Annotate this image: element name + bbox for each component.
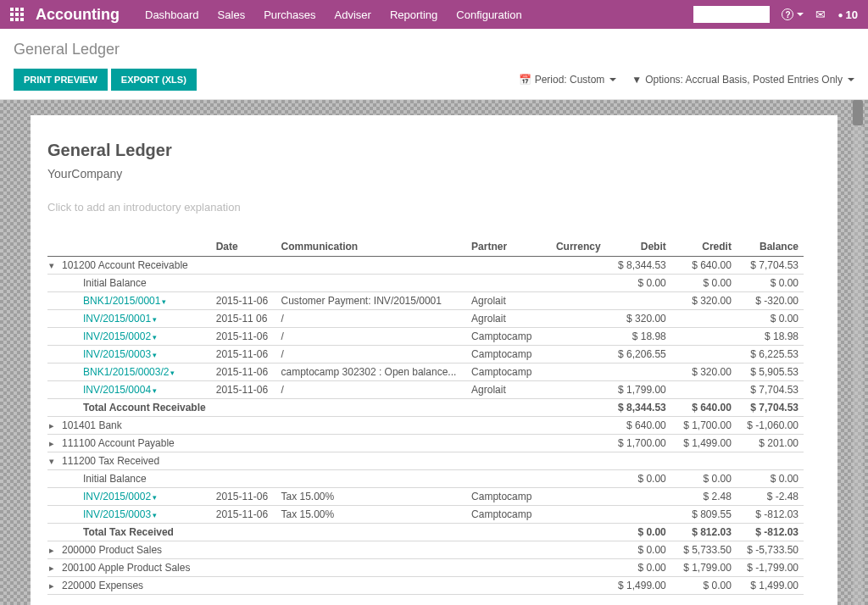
apps-icon[interactable] [10, 8, 24, 21]
partner-cell: Camptocamp [466, 328, 548, 346]
page-header: General Ledger PRINT PREVIEW EXPORT (XLS… [0, 29, 868, 100]
credit-cell: $ 640.00 [671, 399, 737, 417]
balance-cell: $ 0.00 [737, 310, 804, 328]
credit-cell: $ 5,733.50 [671, 541, 737, 559]
period-filter[interactable]: 📅 Period: Custom [519, 74, 617, 86]
table-row: 111200 Tax Received [47, 452, 804, 470]
debit-cell: $ 1,499.00 [606, 577, 671, 595]
debit-cell: $ 0.00 [606, 524, 671, 541]
comm-cell: / [276, 328, 467, 346]
debit-cell: $ 320.00 [606, 310, 671, 328]
total-label: Total Tax Received [47, 524, 211, 541]
credit-cell: $ 1,700.00 [671, 417, 737, 435]
credit-cell: $ 0.00 [671, 470, 737, 488]
partner-cell: Camptocamp [466, 364, 548, 381]
message-counter[interactable]: 10 [837, 8, 858, 21]
comm-cell: / [276, 381, 467, 399]
chevron-down-icon: ▾ [153, 315, 157, 324]
nav-dashboard[interactable]: Dashboard [145, 8, 199, 21]
nav-adviser[interactable]: Adviser [335, 8, 371, 21]
entry-link[interactable]: INV/2015/0004▾ [47, 381, 211, 399]
table-row: INV/2015/0001▾2015-11 06/Agrolait$ 320.0… [47, 310, 804, 328]
expand-toggle[interactable] [49, 562, 58, 574]
col-partner: Partner [466, 237, 548, 257]
nav-configuration[interactable]: Configuration [456, 8, 521, 21]
credit-cell [671, 310, 737, 328]
balance-cell: $ 6,225.53 [737, 346, 804, 364]
table-row: INV/2015/0003▾2015-11-06Tax 15.00%Campto… [47, 506, 804, 524]
debit-cell: $ 1,700.00 [606, 435, 671, 452]
help-dropdown[interactable]: ? [782, 8, 804, 20]
nav-sales[interactable]: Sales [218, 8, 246, 21]
partner-cell: Camptocamp [466, 346, 548, 364]
sub-label: Initial Balance [47, 275, 211, 292]
date-cell: 2015-11-06 [211, 328, 276, 346]
page-title: General Ledger [14, 41, 854, 58]
help-icon: ? [782, 8, 793, 20]
entry-link[interactable]: INV/2015/0001▾ [47, 310, 211, 328]
expand-toggle[interactable] [49, 259, 58, 271]
debit-cell: $ 18.98 [606, 328, 671, 346]
report-viewport: General Ledger YourCompany Click to add … [0, 100, 868, 605]
account-label: 111200 Tax Received [62, 455, 159, 467]
chevron-down-icon [797, 13, 804, 16]
envelope-icon[interactable]: ✉ [815, 8, 826, 21]
nav-purchases[interactable]: Purchases [264, 8, 315, 21]
report-title: General Ledger [47, 141, 804, 160]
balance-cell: $ 0.00 [737, 470, 804, 488]
col-date: Date [211, 237, 276, 257]
credit-cell: $ 1,499.00 [671, 435, 737, 452]
balance-cell: $ -1,060.00 [737, 417, 804, 435]
expand-toggle[interactable] [49, 455, 58, 467]
expand-toggle[interactable] [49, 419, 58, 431]
account-label: 220000 Expenses [62, 580, 143, 591]
table-row: INV/2015/0004▾2015-11-06/Agrolait$ 1,799… [47, 381, 804, 399]
balance-cell: $ 201.00 [737, 435, 804, 452]
app-title: Accounting [36, 6, 120, 24]
balance-cell: $ -2.48 [737, 488, 804, 506]
search-input[interactable] [693, 6, 770, 23]
debit-cell: $ 0.00 [606, 541, 671, 559]
credit-cell [671, 452, 737, 470]
credit-cell: $ 640.00 [671, 257, 737, 275]
table-row: 220000 Expenses$ 1,499.00$ 0.00$ 1,499.0… [47, 577, 804, 595]
comm-cell: Tax 15.00% [276, 506, 467, 524]
nav-reporting[interactable]: Reporting [390, 8, 437, 21]
chevron-down-icon: ▾ [153, 493, 157, 502]
print-preview-button[interactable]: PRINT PREVIEW [14, 69, 108, 91]
comm-cell: Tax 15.00% [276, 488, 467, 506]
table-row: 200000 Product Sales$ 0.00$ 5,733.50$ -5… [47, 541, 804, 559]
chevron-down-icon: ▾ [153, 351, 157, 359]
scrollbar-vertical[interactable] [853, 100, 863, 605]
credit-cell: $ 1,799.00 [671, 559, 737, 577]
balance-cell: $ -320.00 [737, 292, 804, 310]
expand-toggle[interactable] [49, 544, 58, 556]
export-xls-button[interactable]: EXPORT (XLS) [111, 69, 197, 91]
debit-cell: $ 0.00 [606, 559, 671, 577]
debit-cell [606, 488, 671, 506]
entry-link[interactable]: BNK1/2015/0003/2▾ [47, 364, 211, 381]
credit-cell [671, 346, 737, 364]
debit-cell: $ 0.00 [606, 275, 671, 292]
expand-toggle[interactable] [49, 580, 58, 591]
expand-toggle[interactable] [49, 437, 58, 449]
table-row: 111100 Account Payable$ 1,700.00$ 1,499.… [47, 435, 804, 452]
partner-cell: Agrolait [466, 310, 548, 328]
entry-link[interactable]: BNK1/2015/0001▾ [47, 292, 211, 310]
intro-placeholder[interactable]: Click to add an introductory explanation [47, 201, 804, 214]
options-filter[interactable]: ▼ Options: Accrual Basis, Posted Entries… [632, 74, 854, 86]
entry-link[interactable]: INV/2015/0003▾ [47, 346, 211, 364]
entry-link[interactable]: INV/2015/0003▾ [47, 506, 211, 524]
comm-cell: Customer Payment: INV/2015/0001 [276, 292, 467, 310]
col-debit: Debit [606, 237, 671, 257]
partner-cell: Camptocamp [466, 488, 548, 506]
debit-cell [606, 506, 671, 524]
chevron-down-icon: ▾ [153, 386, 157, 395]
entry-link[interactable]: INV/2015/0002▾ [47, 488, 211, 506]
debit-cell [606, 452, 671, 470]
entry-link[interactable]: INV/2015/0002▾ [47, 328, 211, 346]
total-label: Total Account Receivable [47, 399, 211, 417]
col-balance: Balance [737, 237, 804, 257]
scrollbar-thumb[interactable] [853, 100, 863, 125]
topbar: Accounting Dashboard Sales Purchases Adv… [0, 0, 868, 29]
